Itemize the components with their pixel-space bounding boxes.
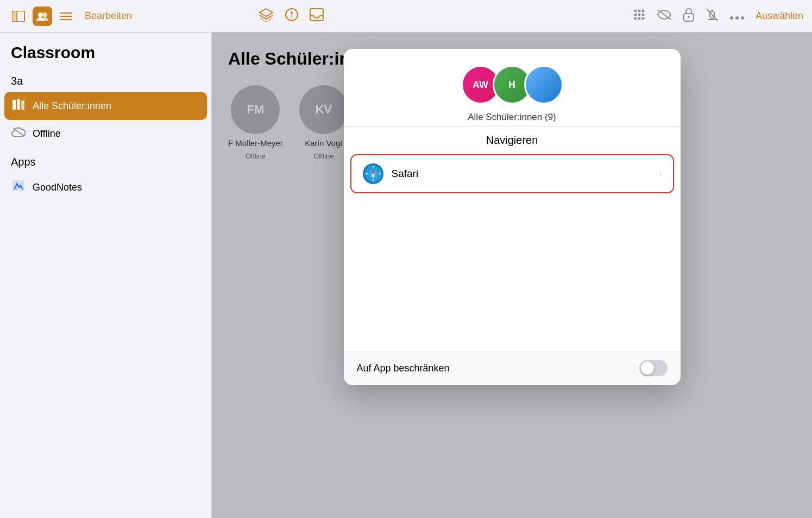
svg-rect-29 <box>21 100 24 110</box>
safari-label: Safari <box>392 168 652 180</box>
apps-grid-icon[interactable] <box>633 8 646 24</box>
sidebar-section-3a: 3a <box>0 66 211 92</box>
svg-rect-28 <box>17 99 20 110</box>
sidebar-item-alle-label: Alle Schüler:innen <box>33 100 111 112</box>
safari-chevron: › <box>659 169 662 179</box>
bearbeiten-button[interactable]: Bearbeiten <box>85 10 132 22</box>
svg-point-16 <box>634 17 637 20</box>
sidebar: Classroom 3a Alle Schüler:innen Offlin <box>0 33 212 518</box>
sidebar-item-goodnotes[interactable]: GoodNotes <box>0 173 211 202</box>
svg-point-24 <box>730 16 733 20</box>
svg-point-4 <box>42 12 47 17</box>
sidebar-item-offline[interactable]: Offline <box>0 120 211 147</box>
auf-app-toggle[interactable] <box>639 360 668 376</box>
svg-point-21 <box>688 16 690 18</box>
svg-point-12 <box>641 9 644 12</box>
svg-point-25 <box>735 16 739 20</box>
svg-rect-0 <box>12 11 17 22</box>
toolbar-right: Auswählen <box>633 8 803 25</box>
modal-avatar-aw-initials: AW <box>473 79 488 91</box>
svg-line-19 <box>658 10 671 20</box>
auf-app-label: Auf App beschränken <box>357 363 450 374</box>
svg-point-18 <box>641 17 644 20</box>
svg-point-17 <box>638 17 640 20</box>
safari-app-icon <box>362 163 384 185</box>
navigate-modal: AW H Alle Schüler:innen (9) Navigieren <box>344 49 681 385</box>
content-area: Alle Schüler:innen FM F Möller-Meyer Off… <box>212 33 812 518</box>
modal-footer: Auf App beschränken <box>344 351 681 385</box>
more-icon[interactable] <box>729 9 745 23</box>
sidebar-item-offline-label: Offline <box>33 128 61 140</box>
toggle-knob <box>641 362 654 375</box>
books-icon <box>11 98 26 113</box>
sidebar-apps-header: Apps <box>0 147 211 173</box>
svg-point-13 <box>634 13 637 16</box>
cloud-icon <box>11 127 26 141</box>
layers-icon[interactable] <box>259 8 274 25</box>
toolbar-left: Bearbeiten <box>9 7 237 26</box>
people-icon[interactable] <box>33 7 52 26</box>
main-layout: Classroom 3a Alle Schüler:innen Offlin <box>0 33 812 518</box>
eye-off-icon[interactable] <box>657 9 672 24</box>
list-view-icon[interactable] <box>56 7 76 26</box>
mute-icon[interactable] <box>706 8 719 25</box>
goodnotes-icon <box>11 179 26 195</box>
svg-point-14 <box>638 13 640 16</box>
svg-point-26 <box>741 16 744 20</box>
svg-point-10 <box>634 9 637 12</box>
sidebar-item-goodnotes-label: GoodNotes <box>33 182 82 193</box>
compass-icon[interactable] <box>285 8 299 25</box>
auswahlen-button[interactable]: Auswählen <box>756 10 803 22</box>
toolbar-center <box>237 8 633 25</box>
safari-row[interactable]: Safari › <box>350 154 674 193</box>
modal-avatars: AW H <box>461 65 563 104</box>
modal-group-name: Alle Schüler:innen (9) <box>468 112 556 123</box>
modal-overlay[interactable]: AW H Alle Schüler:innen (9) Navigieren <box>212 33 812 518</box>
sidebar-title: Classroom <box>0 43 211 66</box>
sidebar-item-alle-schueler[interactable]: Alle Schüler:innen <box>4 92 207 120</box>
modal-section-title: Navigieren <box>344 127 681 149</box>
inbox-icon[interactable] <box>310 8 324 24</box>
modal-avatar-h-initials: H <box>508 79 515 91</box>
modal-header: AW H Alle Schüler:innen (9) <box>344 49 681 126</box>
svg-point-11 <box>638 9 640 12</box>
modal-avatar-blue <box>524 65 563 104</box>
toolbar: Bearbeiten <box>0 0 812 33</box>
svg-rect-9 <box>310 9 323 21</box>
modal-body <box>344 199 681 351</box>
svg-point-15 <box>641 13 644 16</box>
svg-rect-27 <box>12 100 16 110</box>
sidebar-toggle-icon[interactable] <box>9 7 28 26</box>
svg-point-3 <box>38 12 43 17</box>
lock-icon[interactable] <box>683 8 695 25</box>
